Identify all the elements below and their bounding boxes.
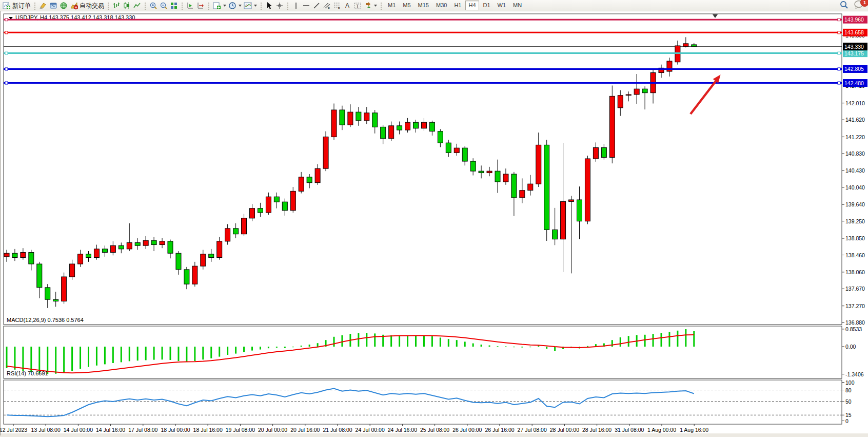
auto-scroll-icon [186, 2, 194, 10]
zoom-in-button[interactable] [148, 1, 159, 11]
bull-candle [250, 208, 255, 218]
macd-histogram-bar [358, 333, 359, 347]
highlighter-icon [39, 2, 47, 10]
toolbar-grip [260, 2, 263, 10]
bull-candle [331, 110, 337, 137]
bear-candle [29, 253, 34, 264]
new-order-button[interactable]: 新订单 [2, 1, 32, 11]
trendline-button[interactable] [311, 1, 322, 11]
macd-histogram-bar [611, 340, 613, 347]
notifications-button[interactable]: 1 [854, 0, 865, 11]
terminal-window-icon [49, 2, 57, 10]
macd-histogram-bar [677, 331, 678, 347]
line-price-label-text: 143.658 [844, 29, 864, 35]
timeframe-h1[interactable]: H1 [451, 1, 464, 10]
timeframe-m1[interactable]: M1 [385, 1, 399, 10]
candlestick-mode-button[interactable] [122, 1, 132, 11]
macd-histogram-bar [55, 347, 56, 374]
timeframe-m15[interactable]: M15 [415, 1, 432, 10]
macd-tick-label: 0.8533 [845, 326, 862, 332]
price-tick-label: 140.040 [845, 184, 865, 191]
zoom-out-button[interactable] [159, 1, 169, 11]
timeframe-mn[interactable]: MN [510, 1, 525, 10]
macd-histogram-bar [317, 343, 319, 347]
text-label-button[interactable]: T [352, 1, 363, 11]
line-handle[interactable] [838, 82, 840, 84]
search-icon[interactable] [839, 0, 849, 11]
macd-histogram-bar [456, 340, 458, 347]
new-chart-icon [213, 2, 221, 10]
bear-candle [282, 202, 287, 211]
price-tick-label: 138.850 [845, 235, 865, 241]
line-handle[interactable] [838, 52, 840, 54]
bull-candle [70, 264, 75, 277]
time-axis-label: 19 Jul 08:00 [226, 427, 255, 433]
bear-candle [495, 171, 500, 182]
highlighter-button[interactable] [38, 1, 48, 11]
line-handle[interactable] [5, 82, 8, 84]
bear-candle [119, 245, 124, 249]
chart-canvas[interactable]: 143.590142.410142.010141.620141.220140.8… [1, 11, 868, 435]
trendline-icon [312, 2, 321, 10]
tile-windows-button[interactable] [169, 1, 179, 11]
new-chart-button[interactable] [212, 1, 227, 11]
line-handle[interactable] [5, 68, 8, 70]
crosshair-button[interactable] [274, 1, 285, 11]
bear-candle [397, 126, 402, 130]
line-handle[interactable] [838, 18, 840, 21]
community-globe-button[interactable] [58, 1, 69, 11]
macd-histogram-bar [628, 336, 629, 347]
price-panel-frame [4, 14, 842, 325]
bar-chart-mode-button[interactable] [111, 1, 122, 11]
line-handle[interactable] [5, 52, 8, 54]
bull-candle [503, 174, 508, 182]
indicators-icon [244, 2, 252, 10]
bear-candle [135, 242, 140, 245]
cursor-button[interactable] [264, 1, 274, 11]
time-axis-label: 26 Jul 16:00 [485, 427, 514, 433]
timeframe-h4[interactable]: H4 [465, 1, 479, 10]
arrows-button[interactable] [363, 1, 378, 11]
chart-shift-button[interactable] [195, 1, 206, 11]
bid-price-label-text: 143.330 [844, 44, 864, 50]
auto-trading-button[interactable]: 自动交易 [69, 1, 105, 11]
line-handle[interactable] [5, 18, 8, 21]
macd-histogram-bar [14, 347, 15, 370]
svg-text:A: A [345, 2, 349, 9]
line-handle[interactable] [838, 31, 840, 34]
chart-shift-marker[interactable] [713, 14, 718, 18]
fibonacci-button[interactable]: F [332, 1, 342, 11]
indicators-button[interactable] [243, 1, 258, 11]
bear-candle [356, 112, 361, 121]
macd-histogram-bar [341, 335, 343, 347]
bear-candle [511, 174, 517, 198]
bull-candle [160, 241, 165, 245]
text-button[interactable]: A [342, 1, 352, 11]
bear-candle [462, 148, 467, 161]
timeframe-w1[interactable]: W1 [495, 1, 509, 10]
bull-candle [569, 200, 574, 201]
bull-candle [520, 191, 525, 198]
time-axis-label: 31 Jul 08:00 [615, 427, 644, 433]
line-handle[interactable] [5, 31, 8, 34]
price-tick-label: 138.460 [845, 252, 865, 258]
timeframe-m5[interactable]: M5 [400, 1, 413, 10]
equidistant-channel-button[interactable]: E [322, 1, 332, 11]
terminal-window-button[interactable] [48, 1, 58, 11]
trend-arrow-object[interactable] [691, 81, 716, 114]
auto-scroll-button[interactable] [185, 1, 195, 11]
horizontal-line-button[interactable] [301, 1, 311, 11]
bear-candle [274, 197, 279, 202]
price-tick-label: 138.060 [845, 269, 865, 275]
vertical-line-button[interactable] [291, 1, 301, 11]
bear-candle [372, 113, 378, 127]
chart-window: USDJPY, H4 143.375 143.412 143.318 143.3… [0, 11, 868, 435]
bear-candle [544, 145, 549, 230]
line-handle[interactable] [838, 68, 840, 70]
bear-candle [102, 249, 107, 253]
bull-candle [536, 145, 541, 184]
periods-clock-button[interactable] [227, 1, 243, 11]
line-chart-mode-button[interactable] [132, 1, 142, 11]
timeframe-m30[interactable]: M30 [433, 1, 450, 10]
timeframe-d1[interactable]: D1 [480, 1, 494, 10]
